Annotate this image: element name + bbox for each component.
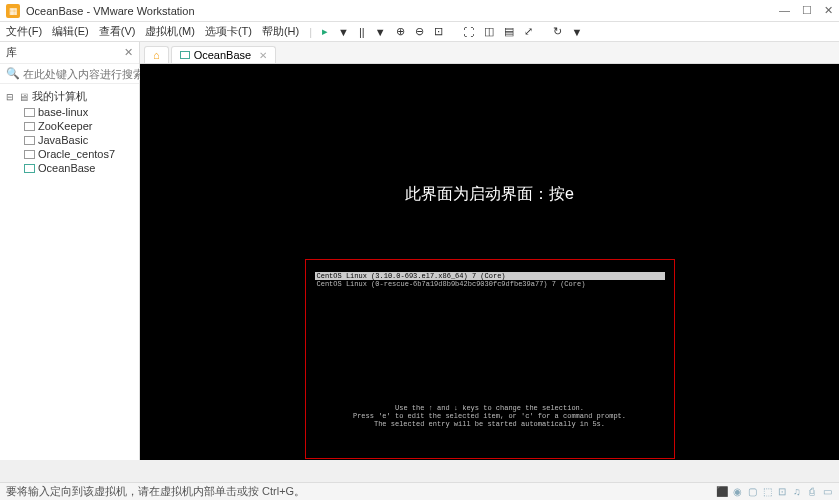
- vm-icon: [24, 108, 35, 117]
- dropdown-icon[interactable]: ▼: [375, 26, 386, 38]
- menu-file[interactable]: 文件(F): [6, 24, 42, 39]
- toolbar-fullscreen-button[interactable]: ⛶: [463, 26, 474, 38]
- grub-entry: CentOS Linux (0-rescue-6b7a19d8b9b42bc90…: [315, 280, 665, 288]
- tab-home[interactable]: ⌂: [144, 46, 169, 63]
- device-display-icon[interactable]: ▭: [821, 486, 833, 498]
- vm-console[interactable]: 此界面为启动界面：按e CentOS Linux (3.10.0-693.el7…: [140, 64, 839, 460]
- status-text: 要将输入定向到该虚拟机，请在虚拟机内部单击或按 Ctrl+G。: [6, 484, 305, 499]
- titlebar: ▦ OceanBase - VMware Workstation — ☐ ✕: [0, 0, 839, 22]
- annotation-text: 此界面为启动界面：按e: [405, 184, 574, 205]
- sidebar-search: 🔍 ▼: [0, 64, 139, 84]
- tree-item-oracle[interactable]: Oracle_centos7: [2, 147, 137, 161]
- close-button[interactable]: ✕: [824, 4, 833, 17]
- grub-menu: CentOS Linux (3.10.0-693.el7.x86_64) 7 (…: [315, 272, 665, 288]
- maximize-button[interactable]: ☐: [802, 4, 812, 17]
- vm-tree: ⊟ 🖥 我的计算机 base-linux ZooKeeper JavaBasic…: [0, 84, 139, 179]
- statusbar: 要将输入定向到该虚拟机，请在虚拟机内部单击或按 Ctrl+G。 ⬛ ◉ ▢ ⬚ …: [0, 482, 839, 500]
- search-icon: 🔍: [6, 67, 20, 80]
- toolbar-unity-button[interactable]: ◫: [484, 25, 494, 38]
- grub-hint: Use the ↑ and ↓ keys to change the selec…: [350, 404, 630, 428]
- toolbar-suspend-button[interactable]: ||: [359, 26, 365, 38]
- tree-root[interactable]: ⊟ 🖥 我的计算机: [2, 88, 137, 105]
- annotation-box: [305, 259, 675, 459]
- vm-icon: [180, 51, 190, 59]
- vm-icon: [24, 150, 35, 159]
- vm-icon: [24, 136, 35, 145]
- toolbar-cycle-button[interactable]: ↻: [553, 25, 562, 38]
- menu-edit[interactable]: 编辑(E): [52, 24, 89, 39]
- menu-help[interactable]: 帮助(H): [262, 24, 299, 39]
- tab-close-button[interactable]: ✕: [259, 50, 267, 61]
- menu-tabs[interactable]: 选项卡(T): [205, 24, 252, 39]
- app-icon: ▦: [6, 4, 20, 18]
- tree-root-label: 我的计算机: [32, 89, 87, 104]
- device-floppy-icon[interactable]: ▢: [746, 486, 758, 498]
- toolbar-thumbnail-button[interactable]: ▤: [504, 25, 514, 38]
- device-sound-icon[interactable]: ♫: [791, 486, 803, 498]
- device-usb-icon[interactable]: ⊡: [776, 486, 788, 498]
- tab-label: OceanBase: [194, 49, 251, 61]
- sidebar-title: 库: [6, 45, 17, 60]
- tree-item-label: base-linux: [38, 106, 88, 118]
- tree-item-label: JavaBasic: [38, 134, 88, 146]
- device-hdd-icon[interactable]: ⬛: [716, 486, 728, 498]
- home-icon: ⌂: [153, 49, 160, 61]
- computer-icon: 🖥: [18, 91, 29, 103]
- device-printer-icon[interactable]: ⎙: [806, 486, 818, 498]
- menu-view[interactable]: 查看(V): [99, 24, 136, 39]
- dropdown-icon[interactable]: ▼: [572, 26, 583, 38]
- tab-oceanbase[interactable]: OceanBase ✕: [171, 46, 276, 63]
- main-area: 库 ✕ 🔍 ▼ ⊟ 🖥 我的计算机 base-linux ZooKeeper J…: [0, 42, 839, 460]
- collapse-icon[interactable]: ⊟: [6, 92, 15, 102]
- sidebar-header: 库 ✕: [0, 42, 139, 64]
- grub-hint-line: Use the ↑ and ↓ keys to change the selec…: [350, 404, 630, 412]
- menu-vm[interactable]: 虚拟机(M): [145, 24, 195, 39]
- vm-icon: [24, 122, 35, 131]
- toolbar-stretch-button[interactable]: ⤢: [524, 25, 533, 38]
- grub-entry-selected: CentOS Linux (3.10.0-693.el7.x86_64) 7 (…: [315, 272, 665, 280]
- tree-item-label: OceanBase: [38, 162, 95, 174]
- toolbar-manage-button[interactable]: ⊡: [434, 25, 443, 38]
- grub-hint-line: Press 'e' to edit the selected item, or …: [350, 412, 630, 420]
- tree-item-zookeeper[interactable]: ZooKeeper: [2, 119, 137, 133]
- device-net-icon[interactable]: ⬚: [761, 486, 773, 498]
- minimize-button[interactable]: —: [779, 4, 790, 17]
- sidebar-close-button[interactable]: ✕: [124, 46, 133, 59]
- sidebar: 库 ✕ 🔍 ▼ ⊟ 🖥 我的计算机 base-linux ZooKeeper J…: [0, 42, 140, 460]
- window-title: OceanBase - VMware Workstation: [26, 5, 779, 17]
- status-device-icons: ⬛ ◉ ▢ ⬚ ⊡ ♫ ⎙ ▭: [716, 486, 833, 498]
- tree-item-label: Oracle_centos7: [38, 148, 115, 160]
- device-cd-icon[interactable]: ◉: [731, 486, 743, 498]
- toolbar-snapshot-button[interactable]: ⊕: [396, 25, 405, 38]
- tree-item-label: ZooKeeper: [38, 120, 92, 132]
- vm-icon: [24, 164, 35, 173]
- grub-hint-line: The selected entry will be started autom…: [350, 420, 630, 428]
- tree-item-javabasic[interactable]: JavaBasic: [2, 133, 137, 147]
- window-controls: — ☐ ✕: [779, 4, 833, 17]
- toolbar-power-button[interactable]: ▸: [322, 25, 328, 38]
- toolbar-revert-button[interactable]: ⊖: [415, 25, 424, 38]
- content-area: ⌂ OceanBase ✕ 此界面为启动界面：按e CentOS Linux (…: [140, 42, 839, 460]
- menubar: 文件(F) 编辑(E) 查看(V) 虚拟机(M) 选项卡(T) 帮助(H) | …: [0, 22, 839, 42]
- tree-item-base-linux[interactable]: base-linux: [2, 105, 137, 119]
- tab-bar: ⌂ OceanBase ✕: [140, 42, 839, 64]
- tree-item-oceanbase[interactable]: OceanBase: [2, 161, 137, 175]
- dropdown-icon[interactable]: ▼: [338, 26, 349, 38]
